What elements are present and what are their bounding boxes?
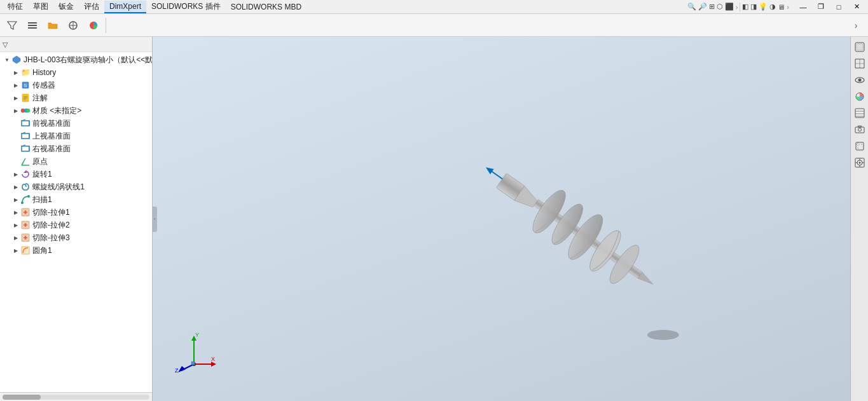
tree-item-front[interactable]: 前视基准面: [0, 117, 152, 130]
tree-item-cut3[interactable]: 切除-拉伸3: [0, 231, 152, 244]
scroll-thumb[interactable]: [3, 395, 41, 400]
material-label: 材质 <未指定>: [32, 105, 81, 116]
section-view-button[interactable]: [852, 105, 867, 121]
display-manager-button[interactable]: [852, 155, 867, 170]
tree-item-fillet1[interactable]: 圆角1: [0, 244, 152, 257]
toolbar-search2-icon[interactable]: 🔎: [698, 3, 707, 11]
tree-item-sweep1[interactable]: 扫描1: [0, 193, 152, 206]
helix1-arrow[interactable]: [11, 182, 20, 191]
panel-collapse-handle[interactable]: ‹: [152, 207, 157, 232]
tree-item-revolve1[interactable]: 旋转1: [0, 168, 152, 180]
fillet1-icon: [20, 245, 31, 255]
toolbar-view-icon[interactable]: ⬛: [725, 3, 734, 11]
svg-text:X: X: [211, 356, 215, 362]
helix1-icon: [20, 182, 31, 192]
menu-pinggu[interactable]: 评估: [79, 0, 104, 13]
expand-button[interactable]: ›: [846, 17, 865, 34]
tree-item-top[interactable]: 上视基准面: [0, 130, 152, 142]
material-arrow[interactable]: [11, 106, 20, 115]
toolbar-display-icon[interactable]: ◧: [742, 3, 748, 11]
svg-point-76: [858, 128, 861, 132]
note-arrow[interactable]: [11, 93, 20, 102]
tree-item-right[interactable]: 右视基准面: [0, 142, 152, 155]
target-icon: [68, 20, 78, 31]
toolbar-arrow-icon[interactable]: ›: [736, 3, 738, 11]
history-arrow[interactable]: [11, 68, 20, 77]
sweep1-label: 扫描1: [32, 194, 52, 205]
toolbar-box-icon[interactable]: ⊞: [709, 3, 715, 11]
display-style-button[interactable]: [852, 56, 867, 71]
restore-button[interactable]: ❐: [812, 1, 830, 13]
cut3-label: 切除-拉伸3: [32, 233, 70, 243]
note-label: 注解: [32, 93, 48, 104]
svg-point-31: [21, 201, 24, 204]
reference-button[interactable]: [852, 139, 867, 154]
toolbar-lights-icon[interactable]: 💡: [759, 3, 768, 11]
menu-tezheng[interactable]: 特征: [3, 0, 28, 13]
cut2-icon: [20, 220, 31, 230]
filter-icon: [7, 20, 17, 31]
cut3-arrow[interactable]: [11, 233, 20, 242]
menu-solidworks-mbd[interactable]: SOLIDWORKS MBD: [226, 1, 307, 13]
folder-button[interactable]: [43, 17, 62, 34]
color-icon: [88, 20, 99, 31]
target-button[interactable]: [64, 17, 83, 34]
sensor-icon: S: [20, 80, 31, 90]
left-panel: JHB-L-003右螺旋驱动轴小（默认<<默 📁 History S: [0, 37, 153, 401]
tree-item-origin[interactable]: 原点: [0, 155, 152, 168]
revolve1-arrow[interactable]: [11, 170, 20, 179]
helix1-label: 螺旋线/涡状线1: [32, 182, 85, 193]
folder-icon: [48, 20, 58, 31]
cut1-arrow[interactable]: [11, 208, 20, 217]
svg-point-17: [26, 109, 30, 112]
sweep1-icon: [20, 194, 31, 205]
appearance-button[interactable]: [852, 89, 867, 104]
tree-item-note[interactable]: 注解: [0, 92, 152, 104]
root-arrow[interactable]: [3, 55, 11, 64]
tree-container: JHB-L-003右螺旋驱动轴小（默认<<默 📁 History S: [0, 52, 152, 401]
minimize-button[interactable]: —: [794, 1, 812, 13]
view-orientation-button[interactable]: [852, 39, 867, 55]
menu-solidworks-plugins[interactable]: SOLIDWORKS 插件: [146, 0, 226, 13]
svg-marker-8: [13, 56, 20, 64]
tree-item-cut2[interactable]: 切除-拉伸2: [0, 219, 152, 231]
scroll-track[interactable]: [3, 395, 149, 400]
tree-item-sensor[interactable]: S 传感器: [0, 79, 152, 92]
camera-button[interactable]: [852, 122, 867, 137]
menu-bar: 特征 草图 钣金 评估 DimXpert SOLIDWORKS 插件 SOLID…: [0, 0, 868, 14]
history-label: History: [32, 68, 56, 77]
svg-rect-21: [22, 133, 29, 139]
toolbar-color2-icon[interactable]: ◑: [769, 3, 776, 11]
tree-item-cut1[interactable]: 切除-拉伸1: [0, 206, 152, 219]
viewport[interactable]: Y X Z: [153, 37, 850, 401]
svg-point-83: [858, 162, 860, 164]
cut2-arrow[interactable]: [11, 221, 20, 229]
revolve1-icon: [20, 169, 31, 179]
menu-banjin[interactable]: 钣金: [53, 0, 79, 13]
color-button[interactable]: [84, 17, 103, 34]
toolbar-cube-icon[interactable]: ⬡: [717, 3, 723, 11]
menu-dimxpert[interactable]: DimXpert: [104, 1, 146, 13]
sensor-label: 传感器: [32, 80, 55, 91]
toolbar-monitor-icon[interactable]: 🖥: [778, 3, 785, 11]
menu-caotu[interactable]: 草图: [28, 0, 53, 13]
list-button[interactable]: [23, 17, 42, 34]
tree-item-material[interactable]: 材质 <未指定>: [0, 104, 152, 117]
svg-marker-59: [211, 362, 216, 367]
sweep1-arrow[interactable]: [11, 195, 20, 204]
fillet1-arrow[interactable]: [11, 246, 20, 255]
toolbar-display2-icon[interactable]: ◨: [750, 3, 757, 11]
toolbar-search-icon[interactable]: 🔍: [687, 3, 696, 11]
filter-button[interactable]: [3, 17, 22, 34]
close-button[interactable]: ✕: [848, 1, 865, 13]
tree-item-history[interactable]: 📁 History: [0, 66, 152, 79]
toolbar-arrow2-icon[interactable]: ›: [787, 3, 789, 11]
hide-show-button[interactable]: [852, 72, 867, 88]
tree-item-helix1[interactable]: 螺旋线/涡状线1: [0, 180, 152, 193]
revolve1-label: 旋转1: [32, 169, 52, 180]
bottom-scrollbar[interactable]: [0, 392, 152, 401]
svg-rect-3: [28, 27, 37, 29]
maximize-button[interactable]: □: [830, 1, 848, 13]
sensor-arrow[interactable]: [11, 81, 20, 90]
tree-root[interactable]: JHB-L-003右螺旋驱动轴小（默认<<默: [0, 53, 152, 66]
